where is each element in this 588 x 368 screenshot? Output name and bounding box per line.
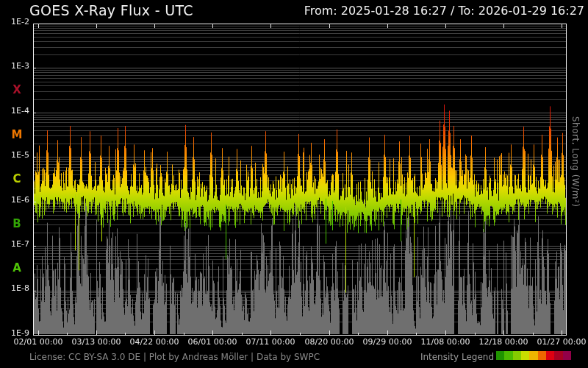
right-axis-label: Short, Long (W/m²) (570, 116, 581, 263)
y-tick-label: 1E-3 (0, 62, 29, 71)
legend-swatch (521, 351, 529, 360)
x-tick-label: 03/13 00:00 (63, 337, 129, 347)
legend-swatch (563, 351, 571, 360)
x-tick-label: 09/29 00:00 (354, 337, 420, 347)
legend-swatch (546, 351, 554, 360)
y-tick-label: 1E-7 (0, 240, 29, 249)
plot-canvas (0, 0, 588, 368)
intensity-legend-bar (496, 351, 571, 360)
x-tick-label: 07/11 00:00 (237, 337, 304, 347)
x-tick-label: 11/08 00:00 (412, 337, 478, 347)
intensity-legend-label: Intensity Legend (406, 352, 494, 362)
class-letter: C (7, 173, 26, 185)
class-letter: B (7, 218, 26, 230)
legend-swatch (529, 351, 537, 360)
y-tick-label: 1E-6 (0, 196, 29, 205)
x-tick-label: 01/27 00:00 (528, 337, 588, 347)
y-tick-label: 1E-2 (0, 18, 29, 26)
legend-swatch (496, 351, 504, 360)
x-tick-label: 06/01 00:00 (179, 337, 245, 347)
class-letter: A (7, 262, 26, 274)
legend-swatch (538, 351, 546, 360)
x-tick-label: 02/01 00:00 (5, 337, 71, 347)
legend-swatch (554, 351, 562, 360)
goes-xray-flux-chart: GOES X-Ray Flux - UTC From: 2025-01-28 1… (0, 0, 588, 368)
x-tick-label: 08/20 00:00 (296, 337, 362, 347)
x-tick-label: 12/18 00:00 (470, 337, 537, 347)
class-letter: M (7, 129, 26, 141)
legend-swatch (504, 351, 512, 360)
y-tick-label: 1E-4 (0, 107, 29, 116)
class-letter: X (7, 84, 26, 96)
legend-swatch (513, 351, 521, 360)
y-tick-label: 1E-8 (0, 284, 29, 293)
x-tick-label: 04/22 00:00 (121, 337, 187, 347)
license-text: License: CC BY-SA 3.0 DE | Plot by Andre… (29, 352, 320, 362)
y-tick-label: 1E-5 (0, 151, 29, 160)
date-range: From: 2025-01-28 16:27 / To: 2026-01-29 … (304, 4, 584, 18)
page-title: GOES X-Ray Flux - UTC (29, 2, 193, 18)
